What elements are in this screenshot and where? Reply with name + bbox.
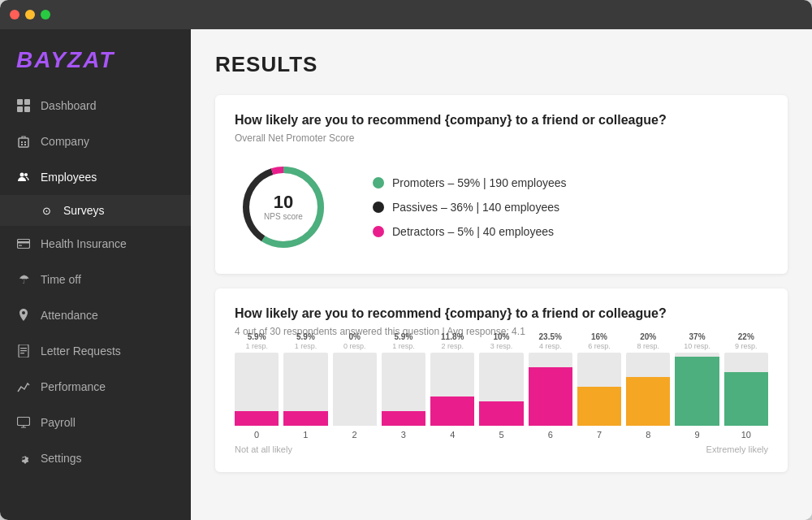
nps-score-label: NPS score	[264, 213, 303, 222]
gear-icon	[16, 451, 31, 466]
main-content: RESULTS How likely are you to recommend …	[191, 29, 812, 520]
bar-pct-6: 23.5%	[539, 332, 562, 341]
sidebar-item-dashboard[interactable]: Dashboard	[0, 88, 191, 124]
grid-icon	[16, 98, 31, 113]
bar-col-5: 10%3 resp.5	[479, 332, 523, 440]
bar-stack-10	[724, 353, 768, 426]
bar-label-4: 4	[450, 430, 455, 440]
sidebar-item-surveys[interactable]: ⊙ Surveys	[0, 195, 191, 226]
bar-stack-0	[235, 353, 279, 426]
svg-rect-4	[19, 138, 28, 147]
bar-pct-9: 37%	[689, 332, 706, 341]
bar-resp-3: 1 resp.	[392, 342, 415, 350]
passives-dot	[373, 202, 384, 213]
bar-stack-6	[529, 353, 572, 426]
sidebar-item-health-insurance[interactable]: Health Insurance	[0, 226, 191, 262]
sidebar-item-time-off[interactable]: ☂ Time off	[0, 262, 191, 297]
bar-col-9: 37%10 resp.9	[675, 332, 719, 440]
svg-rect-16	[20, 350, 27, 351]
main-layout: BAYZAT Dashboard	[0, 29, 812, 520]
promoters-dot	[373, 177, 384, 188]
bar-pct-3: 5.9%	[395, 332, 413, 341]
circle-arrow-icon: ⊙	[39, 203, 54, 218]
page-title: RESULTS	[215, 52, 788, 77]
bar-pct-5: 10%	[493, 332, 509, 341]
svg-rect-18	[18, 418, 30, 426]
bar-label-5: 5	[499, 430, 503, 440]
bar-col-2: 0%0 resp.2	[333, 332, 377, 440]
svg-rect-8	[24, 144, 26, 145]
detractors-dot	[373, 226, 384, 237]
sidebar-item-letter-requests[interactable]: Letter Requests	[0, 333, 191, 369]
bar-label-6: 6	[548, 430, 553, 440]
bar-col-8: 20%8 resp.8	[626, 332, 670, 440]
bar-resp-6: 4 resp.	[539, 342, 562, 350]
sidebar-item-attendance[interactable]: Attendance	[0, 297, 191, 333]
bar-pct-8: 20%	[640, 332, 656, 341]
bar-label-2: 2	[352, 430, 357, 440]
sidebar-label-dashboard: Dashboard	[41, 99, 97, 112]
bar-stack-8	[626, 353, 670, 426]
people-icon	[16, 170, 31, 184]
bar-pct-7: 16%	[591, 332, 607, 341]
svg-rect-15	[20, 348, 27, 349]
bar-pct-1: 5.9%	[296, 332, 315, 341]
bar-col-3: 5.9%1 resp.3	[382, 332, 425, 440]
donut-label: 10 NPS score	[264, 193, 303, 221]
bar-label-3: 3	[401, 430, 406, 440]
bar-label-8: 8	[646, 430, 650, 440]
app-window: BAYZAT Dashboard	[0, 0, 812, 520]
svg-rect-0	[17, 99, 23, 105]
legend-detractors: Detractors – 5% | 40 employees	[373, 225, 567, 238]
minimize-dot[interactable]	[25, 10, 35, 20]
maximize-dot[interactable]	[41, 10, 50, 20]
svg-rect-3	[24, 106, 30, 112]
bar-label-7: 7	[597, 430, 602, 440]
bar-stack-7	[577, 353, 621, 426]
sidebar-item-settings[interactable]: Settings	[0, 440, 191, 476]
passives-label: Passives – 36% | 140 employees	[392, 201, 559, 214]
bar-stack-9	[675, 353, 719, 426]
location-icon	[16, 308, 31, 323]
bar-col-0: 5.9%1 resp.0	[235, 332, 279, 440]
doc-icon	[16, 344, 31, 358]
bar-resp-2: 0 resp.	[343, 342, 366, 350]
x-right-label: Extremely likely	[706, 444, 768, 454]
nps-subtitle: Overall Net Promoter Score	[235, 132, 768, 144]
sidebar-label-performance: Performance	[41, 380, 106, 393]
svg-rect-17	[20, 353, 24, 353]
svg-point-10	[24, 173, 28, 176]
sidebar-label-time-off: Time off	[41, 273, 81, 286]
bar-col-7: 16%6 resp.7	[577, 332, 621, 440]
bar-label-0: 0	[254, 430, 259, 440]
bar-col-4: 11.8%2 resp.4	[430, 332, 474, 440]
nps-question: How likely are you to recommend {company…	[235, 113, 768, 128]
nps-card: How likely are you to recommend {company…	[215, 95, 788, 274]
card-icon	[16, 236, 31, 251]
sidebar-item-payroll[interactable]: Payroll	[0, 405, 191, 440]
logo-area: BAYZAT	[0, 29, 191, 88]
x-left-label: Not at all likely	[235, 444, 292, 454]
svg-rect-7	[21, 144, 23, 145]
bar-resp-7: 6 resp.	[588, 342, 611, 350]
sidebar-item-company[interactable]: Company	[0, 124, 191, 159]
legend-promoters: Promoters – 59% | 190 employees	[373, 176, 567, 189]
bar-pct-0: 5.9%	[248, 332, 266, 341]
bar-resp-1: 1 resp.	[295, 342, 317, 350]
bar-pct-10: 22%	[738, 332, 754, 341]
svg-rect-12	[18, 241, 30, 244]
sidebar-label-attendance: Attendance	[41, 309, 98, 322]
sidebar-label-letter-requests: Letter Requests	[41, 344, 121, 358]
bar-label-9: 9	[694, 430, 699, 440]
sidebar-item-employees[interactable]: Employees	[0, 159, 191, 195]
bar-question: How likely are you to recommend {company…	[235, 306, 768, 321]
svg-rect-1	[24, 99, 30, 105]
bar-chart: 5.9%1 resp.05.9%1 resp.10%0 resp.25.9%1 …	[235, 350, 768, 440]
close-dot[interactable]	[10, 10, 19, 20]
umbrella-icon: ☂	[16, 272, 31, 287]
titlebar	[0, 0, 812, 29]
svg-rect-13	[19, 245, 22, 246]
sidebar-item-performance[interactable]: Performance	[0, 369, 191, 405]
bar-resp-5: 3 resp.	[490, 342, 513, 350]
sidebar-label-health: Health Insurance	[41, 237, 127, 250]
